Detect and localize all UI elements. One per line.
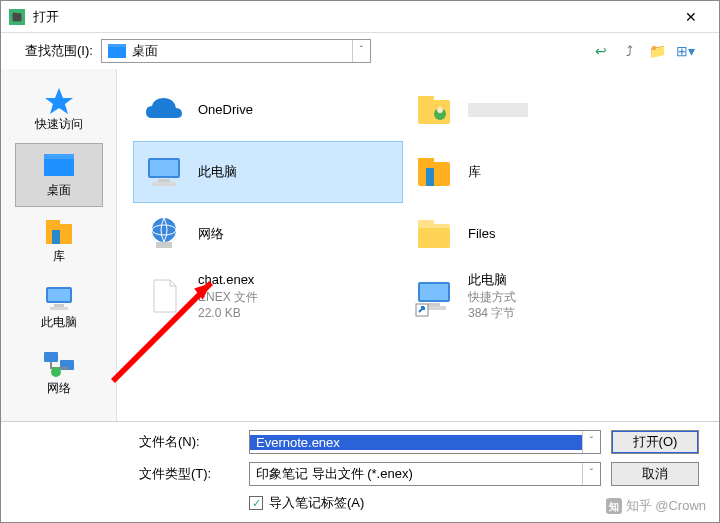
- views-icon[interactable]: ⊞▾: [675, 41, 695, 61]
- network-icon: [142, 212, 186, 256]
- file-list: OneDrive 此电脑 库 网络 Files: [117, 69, 719, 421]
- filetype-combo[interactable]: 印象笔记 导出文件 (*.enex) ˇ: [249, 462, 601, 486]
- svg-marker-0: [45, 88, 73, 114]
- file-this-pc[interactable]: 此电脑: [133, 141, 403, 203]
- svg-rect-19: [158, 179, 170, 182]
- look-in-dropdown[interactable]: 桌面 ˇ: [101, 39, 371, 63]
- file-chat-enex[interactable]: chat.enex ENEX 文件 22.0 KB: [133, 265, 403, 327]
- svg-rect-23: [426, 168, 434, 186]
- back-icon[interactable]: ↩: [591, 41, 611, 61]
- up-icon[interactable]: ⤴: [619, 41, 639, 61]
- file-libraries[interactable]: 库: [403, 141, 673, 203]
- onedrive-icon: [142, 88, 186, 132]
- blurred-name: [468, 103, 528, 117]
- sidebar-item-network[interactable]: 网络: [15, 341, 103, 405]
- file-files-folder[interactable]: Files: [403, 203, 673, 265]
- file-this-pc-shortcut[interactable]: 此电脑 快捷方式 384 字节: [403, 265, 673, 327]
- file-icon: [142, 274, 186, 318]
- chevron-down-icon: ˇ: [582, 431, 600, 453]
- sidebar-item-desktop[interactable]: 桌面: [15, 143, 103, 207]
- look-in-bar: 查找范围(I): 桌面 ˇ ↩ ⤴ 📁 ⊞▾: [1, 33, 719, 69]
- svg-rect-4: [46, 220, 60, 226]
- svg-rect-10: [44, 352, 58, 362]
- chevron-down-icon: ˇ: [582, 463, 600, 485]
- close-icon[interactable]: ✕: [671, 5, 711, 29]
- svg-rect-32: [428, 303, 440, 306]
- app-icon: [9, 9, 25, 25]
- svg-rect-5: [52, 230, 60, 244]
- svg-rect-31: [420, 284, 448, 300]
- sidebar-item-quick-access[interactable]: 快速访问: [15, 77, 103, 141]
- shortcut-icon: [412, 274, 456, 318]
- filename-label: 文件名(N):: [139, 433, 239, 451]
- sidebar-item-this-pc[interactable]: 此电脑: [15, 275, 103, 339]
- svg-rect-18: [150, 160, 178, 176]
- libraries-icon: [412, 150, 456, 194]
- svg-rect-20: [152, 182, 176, 186]
- bottom-panel: 文件名(N): Evernote.enex ˇ 打开(O) 文件类型(T): 印…: [1, 421, 719, 522]
- title-bar: 打开 ✕: [1, 1, 719, 33]
- folder-icon: [412, 212, 456, 256]
- svg-rect-2: [44, 154, 74, 159]
- sidebar-item-libraries[interactable]: 库: [15, 209, 103, 273]
- file-onedrive[interactable]: OneDrive: [133, 79, 403, 141]
- svg-rect-29: [418, 228, 450, 248]
- file-user[interactable]: [403, 79, 673, 141]
- window-title: 打开: [33, 8, 671, 26]
- sidebar: 快速访问 桌面 库 此电脑 网络: [1, 69, 117, 421]
- svg-point-16: [437, 107, 443, 113]
- svg-point-24: [152, 218, 176, 242]
- svg-rect-9: [50, 307, 68, 310]
- user-folder-icon: [412, 88, 456, 132]
- svg-rect-28: [418, 220, 434, 226]
- svg-point-12: [51, 367, 61, 377]
- filetype-label: 文件类型(T):: [139, 465, 239, 483]
- svg-rect-26: [156, 242, 172, 248]
- svg-rect-7: [48, 289, 70, 301]
- svg-rect-8: [54, 304, 64, 307]
- import-tags-checkbox[interactable]: ✓: [249, 496, 263, 510]
- open-button[interactable]: 打开(O): [611, 430, 699, 454]
- svg-rect-22: [418, 158, 434, 164]
- import-tags-label: 导入笔记标签(A): [269, 494, 364, 512]
- file-network[interactable]: 网络: [133, 203, 403, 265]
- filename-combo[interactable]: Evernote.enex ˇ: [249, 430, 601, 454]
- new-folder-icon[interactable]: 📁: [647, 41, 667, 61]
- look-in-label: 查找范围(I):: [25, 42, 93, 60]
- computer-icon: [142, 150, 186, 194]
- svg-rect-14: [418, 96, 434, 102]
- desktop-icon: [108, 44, 126, 58]
- chevron-down-icon: ˇ: [352, 40, 370, 62]
- cancel-button[interactable]: 取消: [611, 462, 699, 486]
